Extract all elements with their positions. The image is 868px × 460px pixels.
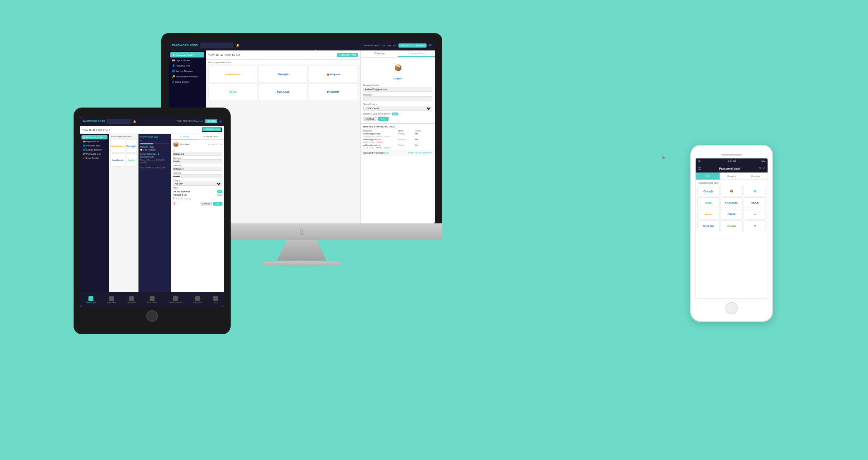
ipad-secure-browser-toggle[interactable]: YES [217,190,222,193]
ipad-save-button[interactable]: SAVE [213,202,222,206]
settings-tab[interactable]: ⚙ Settings [361,50,398,57]
ipad-list-icon[interactable]: ☰ [93,128,95,131]
ipad-site-amazon[interactable]: amazon.com [110,139,125,153]
sidebar-item-personal-info[interactable]: 👤 Personal Info [170,63,204,68]
update-security-link[interactable]: Update Your Security Level > [408,152,432,154]
ipad-secure-share-tab[interactable]: ↗ Secure Share [198,134,224,139]
cancel-share-button[interactable]: CANCEL [363,117,377,121]
password-visible-toggle[interactable]: YES [392,113,398,115]
bottom-nav-password-vault[interactable]: Password Vault [86,296,96,303]
phone-menu-icon[interactable]: ☰ [698,167,701,170]
resend-share-3[interactable]: RESEND [384,147,391,149]
site-hulu[interactable]: hulu [208,84,258,100]
bottom-nav-secure-browser[interactable]: Secure Browser [147,296,157,303]
list-view-icon[interactable]: ☰ [220,53,223,57]
ipad-trash-icon[interactable]: 🗑 [173,202,176,206]
phone-site-pinterest[interactable]: P [744,220,766,231]
ipad-sitename-input[interactable] [173,159,222,163]
sidebar-item-password-vault[interactable]: 📋 Password Vault [170,52,204,58]
remove-share-2[interactable]: REMOVE [376,141,383,143]
recipient-emails-input[interactable] [363,87,432,92]
notification-icon[interactable]: 🔔 [236,44,240,47]
ipad-add-new-button[interactable]: + ADD NEW ITEM [202,127,222,132]
bottom-nav-password-gen[interactable]: Password Generator [169,296,182,303]
ipad-sidebar-share-center[interactable]: ↗ Share Center [81,156,107,160]
ipad-url-input[interactable] [173,152,222,156]
phone-site-groupon[interactable]: groupon [720,220,743,231]
grid-view-icon[interactable]: ⊞ [216,53,219,57]
ipad-cancel-button[interactable]: CANCEL [200,202,212,206]
site-dropbox[interactable]: 📦 Dropbox [309,66,358,82]
share-duration-select[interactable]: Until I Cancel [363,106,432,111]
phone-site-hulu[interactable]: hulu [697,197,720,208]
cancel-share-1[interactable]: CANCEL [376,135,382,137]
ipad-settings-tab[interactable]: ⚙ Settings [171,134,198,139]
ipad-password-input[interactable] [173,174,222,178]
ipad-upgrade-button[interactable]: UPGRADE [205,119,218,124]
ipad-grid-icon[interactable]: ⊞ [89,128,91,131]
ipad-toolbar: VIEW ⊞ ☰ SORT BY A-Z + ADD NEW ITEM [80,126,224,134]
phone-site-amazon[interactable]: amazon [697,209,720,220]
ipad-subdomain-checkbox[interactable] [173,197,175,199]
site-google[interactable]: Google [259,66,308,82]
sidebar-item-share-center[interactable]: ↗ Share Center [170,79,204,84]
phone-share-icon[interactable]: ↗ [763,167,765,170]
cancel-share-3[interactable]: CANCEL [376,147,382,149]
ipad-autologin-toggle[interactable]: OFF [217,194,222,196]
startup-progress-bar [140,143,169,144]
site-amazon[interactable]: amazon.com [208,66,258,82]
sent-3: Sent 1 day ago CANCEL RESEND [363,147,432,150]
ipad-sidebar-secure-browser[interactable]: 🌐 Secure Browser [81,148,107,152]
phone-home-button[interactable] [725,302,738,314]
ipad-sidebar-personal-info[interactable]: 👤 Personal Info [81,144,107,148]
ipad-url-field: Url [173,150,222,156]
bottom-nav-share-center[interactable]: Share Center [193,296,202,303]
ipad-sidebar-password-vault[interactable]: 📋 Password Vault [81,135,107,139]
resend-share-1[interactable]: RESEND [384,135,391,137]
startup-invite-friend[interactable]: ✉ Invite A Friend [140,146,169,149]
ipad-sidebar-password-gen[interactable]: 🔑 Password Gen [81,152,107,156]
upgrade-button[interactable]: UPGRADE TO PREMIUM [398,43,427,48]
password-visible-row: Password visible to recipient? YES [363,113,432,115]
sidebar-item-password-generator[interactable]: 🔑 Password Generator [170,74,204,79]
ipad-site-google[interactable]: Google [126,139,137,153]
save-share-button[interactable]: SAVE [378,117,389,121]
bottom-nav-personal-info[interactable]: Personal Info [127,296,136,303]
phone-site-chase[interactable]: CHASE [720,209,743,220]
phone-settings-icon[interactable]: ⚙ [758,167,761,170]
phone-site-linkedin[interactable]: in [744,209,766,220]
message-input[interactable] [363,96,432,101]
sidebar-item-secure-browser[interactable]: 🌐 Secure Browser [170,68,204,74]
phone-site-generic1[interactable]: 🌐 [744,186,766,196]
add-new-item-button[interactable]: + ADD NEW ITEM [337,53,358,57]
phone-site-hbogo[interactable]: HBOGO [744,197,766,208]
ipad-body: 📋 Password Vault 💳 Digital Wallet 👤 Pers… [80,134,224,292]
bottom-nav-more[interactable]: More [213,296,218,303]
startup-give-feedback[interactable]: 💬 Give Feedback [140,149,169,151]
ipad-home-button[interactable] [146,310,158,322]
ipad-notification-icon[interactable]: 🔔 [133,120,136,123]
sidebar-item-digital-wallet[interactable]: 💳 Digital Wallet [170,58,204,63]
bottom-nav-digital-wallet[interactable]: Digital Wallet [107,296,115,303]
site-facebook[interactable]: facebook [259,84,308,100]
ipad-site-facebook[interactable]: facebook [110,153,125,167]
phone-tab-category[interactable]: Category [720,175,744,177]
ipad-search-bar[interactable] [107,119,131,124]
bottom-nav-wallet-icon [109,296,114,301]
phone-site-dropbox[interactable]: 📦 [720,186,743,196]
phone-site-pandora[interactable]: PANDORA [720,197,743,208]
app-search-bar[interactable] [200,43,234,48]
ipad-username-input[interactable] [173,167,222,171]
ipad-site-hulu[interactable]: hulu [126,153,137,167]
ipad-sidebar-digital-wallet[interactable]: 💳 Digital Wallet [81,139,107,144]
phone-tab-az[interactable]: A-Z [696,172,720,180]
ipad-settings-icon[interactable]: ⚙ [219,120,222,123]
ipad-category-select[interactable]: Add New [173,182,222,186]
settings-icon[interactable]: ⚙ [429,44,432,47]
ipad-autologin-row: Auto login to site OFF [173,194,222,196]
site-pandora[interactable]: PANDORA [309,84,358,100]
secure-share-tab[interactable]: ↗ Secure Share [398,50,435,57]
phone-tab-favorites[interactable]: Favorites [744,175,768,177]
phone-site-google[interactable]: Google [697,186,720,196]
phone-site-facebook[interactable]: facebook [697,220,720,231]
